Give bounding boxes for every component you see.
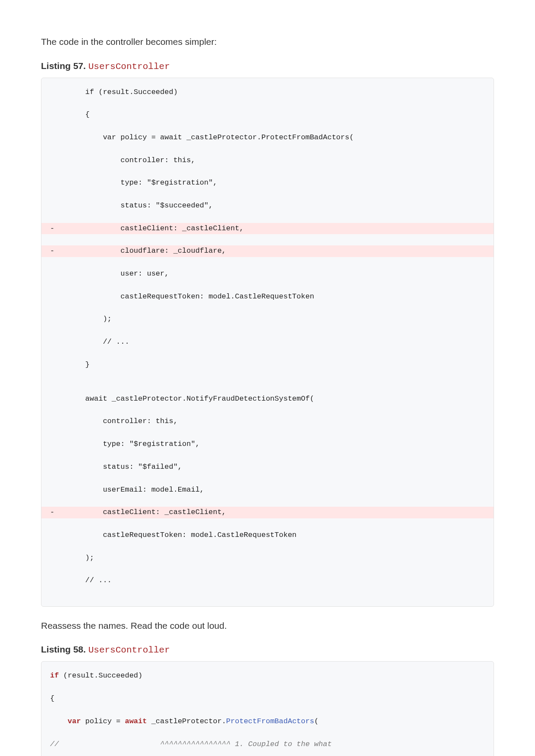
code-line: await _castleProtector.NotifyFraudDetect…: [41, 393, 494, 405]
intro-text: The code in the controller becomes simpl…: [41, 35, 494, 49]
code-line: type: "$registration",: [41, 439, 494, 450]
listing-code-name: UsersController: [88, 645, 170, 655]
code-line: - cloudflare: _cloudflare,: [41, 245, 494, 257]
code-line: {: [41, 693, 494, 704]
code-line: );: [41, 314, 494, 325]
code-line: // ...: [41, 336, 494, 348]
code-line: }: [41, 359, 494, 370]
code-line: type: "$registration",: [41, 177, 494, 188]
listing-label: Listing 58.: [41, 644, 86, 654]
code-line: var policy = await _castleProtector.Prot…: [41, 716, 494, 727]
code-line: // ^^^^^^^^^^^^^^^^ 1. Coupled to the wh…: [41, 739, 494, 750]
page: The code in the controller becomes simpl…: [0, 0, 535, 756]
reassess-text: Reassess the names. Read the code out lo…: [41, 619, 494, 633]
listing-57-code: if (result.Succeeded) { var policy = awa…: [41, 78, 494, 607]
code-line: controller: this,: [41, 155, 494, 166]
listing-58-code: if (result.Succeeded) { var policy = awa…: [41, 661, 494, 756]
code-line: castleRequestToken: model.CastleRequestT…: [41, 530, 494, 541]
code-block: if (result.Succeeded) { var policy = awa…: [41, 670, 494, 756]
code-line: user: user,: [41, 268, 494, 279]
code-line: status: "$failed",: [41, 461, 494, 473]
code-line: {: [41, 109, 494, 120]
code-line: if (result.Succeeded): [41, 670, 494, 681]
code-line: castleRequestToken: model.CastleRequestT…: [41, 291, 494, 302]
code-line: if (result.Succeeded): [41, 87, 494, 98]
code-line: status: "$succeeded",: [41, 200, 494, 211]
code-line: );: [41, 552, 494, 564]
code-line: - castleClient: _castleClient,: [41, 507, 494, 518]
listing-code-name: UsersController: [88, 62, 170, 72]
listing-57-title: Listing 57. UsersController: [41, 61, 494, 72]
code-block: if (result.Succeeded) { var policy = awa…: [41, 87, 494, 598]
listing-label: Listing 57.: [41, 61, 86, 71]
code-line: var policy = await _castleProtector.Prot…: [41, 132, 494, 143]
code-line: // ...: [41, 575, 494, 586]
code-line: userEmail: model.Email,: [41, 484, 494, 496]
code-line: controller: this,: [41, 416, 494, 427]
code-line: - castleClient: _castleClient,: [41, 223, 494, 234]
listing-58-title: Listing 58. UsersController: [41, 644, 494, 655]
